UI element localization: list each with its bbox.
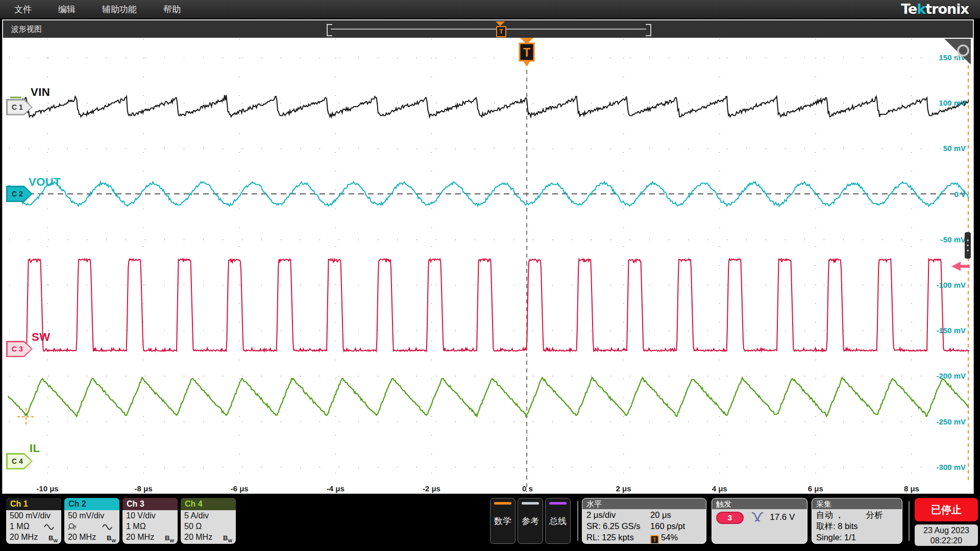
ch1-bandwidth: 20 MHz BW xyxy=(6,532,61,542)
menu-utility[interactable]: 辅助功能 xyxy=(102,4,137,15)
math-button[interactable]: 数学 xyxy=(490,498,516,544)
ch4-impedance: 50 Ω xyxy=(181,521,236,532)
drawer-handle-dot-icon xyxy=(967,249,969,252)
ac-coupling-icon xyxy=(44,524,54,530)
x-tick-label: -4 μs xyxy=(327,484,345,493)
label-sw: SW xyxy=(32,331,50,344)
y-tick-label: -50 mV xyxy=(941,235,966,244)
bandwidth-limit-icon: BW xyxy=(165,533,174,544)
graticule: -10 μs-8 μs-6 μs-4 μs-2 μs0 s2 μs4 μs6 μ… xyxy=(3,38,971,493)
trigger-marker-tip-icon xyxy=(523,61,530,66)
x-tick-label: 2 μs xyxy=(616,484,631,493)
minimap-trigger-t-icon[interactable]: T xyxy=(496,26,506,37)
datetime-display[interactable]: 23 Aug 2023 08:22:20 xyxy=(915,524,978,546)
sample-rate: SR: 6.25 GS/s xyxy=(586,521,640,531)
y-tick-label: 0 V xyxy=(954,190,966,198)
x-tick-label: 8 μs xyxy=(904,484,919,493)
trigger-marker-t: T xyxy=(523,46,530,59)
acq-analysis: 分析 xyxy=(866,509,883,520)
time: 08:22:20 xyxy=(915,536,978,546)
trigger-position: 54% xyxy=(661,533,678,542)
horizontal-panel[interactable]: 水平 2 μs/div 20 μs SR: 6.25 GS/s 160 ps/p… xyxy=(582,498,706,544)
minimap-track[interactable] xyxy=(331,29,646,30)
x-tick-label: -8 μs xyxy=(135,484,153,493)
x-tick-label: 4 μs xyxy=(712,484,727,493)
label-vin: VIN xyxy=(31,86,50,99)
y-tick-label: -250 mV xyxy=(936,417,966,426)
run-stop-button[interactable]: 已停止 xyxy=(915,498,978,521)
trigger-panel[interactable]: 触发 3 17.6 V xyxy=(712,498,807,544)
ch4-ground-marker-icon[interactable] xyxy=(17,408,35,425)
x-tick-label: -6 μs xyxy=(231,484,249,493)
math-color-bar xyxy=(494,502,511,505)
waveform-view-title: 波形视图 xyxy=(11,20,42,38)
minimap-trigger-arrow-icon[interactable] xyxy=(496,21,505,26)
bus-button[interactable]: 总线 xyxy=(545,498,571,544)
acquisition-title: 采集 xyxy=(812,498,902,509)
separator xyxy=(909,501,910,541)
acq-single: Single: 1/1 xyxy=(812,532,902,543)
x-tick-label: -10 μs xyxy=(36,484,58,493)
ch2-badge[interactable]: Ch 2 50 mV/div 20 MHz BW xyxy=(64,498,119,544)
y-tick-label: -200 mV xyxy=(936,371,966,380)
y-tick-label: -300 mV xyxy=(936,463,966,471)
label-vout: VOUT xyxy=(29,176,61,189)
menu-bar: 文件 编辑 辅助功能 帮助 Tektronix xyxy=(0,0,980,18)
horizontal-duration: 20 μs xyxy=(650,509,671,520)
bandwidth-limit-icon: BW xyxy=(107,533,116,544)
waveform-ch1-vin xyxy=(8,95,969,117)
bandwidth-limit-icon: BW xyxy=(223,533,232,544)
waveform-ch3-sw xyxy=(8,259,969,352)
bottom-bar: Ch 1 500 mV/div 1 MΩ 20 MHz BW Ch 2 50 m… xyxy=(0,494,980,551)
ch4-name: Ch 4 xyxy=(181,498,236,510)
waveform-view-panel: 波形视图 T -10 μs-8 μs-6 μs-4 μs-2 μs0 s2 μs… xyxy=(2,19,974,494)
ch1-impedance: 1 MΩ xyxy=(6,521,61,532)
probe-icon xyxy=(68,523,77,530)
acq-mode: 自动 ， xyxy=(816,510,844,519)
separator xyxy=(577,501,578,541)
tektronix-logo: Tektronix xyxy=(901,1,969,17)
trigger-level: 17.6 V xyxy=(770,512,795,522)
y-tick-label: -100 mV xyxy=(936,281,966,289)
waveform-ch4-il xyxy=(8,378,969,416)
x-tick-label: 6 μs xyxy=(808,484,823,493)
ch3-badge[interactable]: Ch 3 10 V/div 1 MΩ 20 MHz BW xyxy=(122,498,178,544)
waveform-view-titlebar: 波形视图 T xyxy=(3,20,973,38)
bandwidth-limit-icon: BW xyxy=(48,533,58,544)
ch4-bandwidth: 20 MHz BW xyxy=(181,532,236,542)
y-tick-label: -150 mV xyxy=(936,326,966,335)
label-il: IL xyxy=(30,442,40,455)
menu-file[interactable]: 文件 xyxy=(14,4,32,15)
trigger-level-arrow-icon[interactable] xyxy=(951,262,970,271)
ch2-name: Ch 2 xyxy=(64,498,119,510)
horizontal-title: 水平 xyxy=(582,498,706,509)
ref-button[interactable]: 参考 xyxy=(518,498,543,544)
ch1-badge[interactable]: Ch 1 500 mV/div 1 MΩ 20 MHz BW xyxy=(6,498,61,544)
x-tick-label: -2 μs xyxy=(423,484,440,493)
date: 23 Aug 2023 xyxy=(915,525,978,536)
ac-coupling-icon xyxy=(102,524,112,530)
ch3-bandwidth: 20 MHz BW xyxy=(122,532,178,542)
record-length: RL: 125 kpts xyxy=(586,533,634,542)
trigger-title: 触发 xyxy=(712,498,807,509)
ref-color-bar xyxy=(522,502,539,505)
ch1-scale: 500 mV/div xyxy=(6,510,61,521)
trigger-position-icon: T xyxy=(650,535,659,544)
x-tick-label: 0 s xyxy=(522,484,533,493)
menu-help[interactable]: 帮助 xyxy=(163,4,181,15)
ch2-probe xyxy=(64,521,119,532)
ch2-scale: 50 mV/div xyxy=(64,510,119,521)
acquisition-panel[interactable]: 采集 自动 ， 分析 取样: 8 bits Single: 1/1 xyxy=(812,498,902,544)
ch3-impedance: 1 MΩ xyxy=(122,521,178,532)
ch4-scale: 5 A/div xyxy=(181,510,236,521)
ch3-scale: 10 V/div xyxy=(122,510,178,521)
bus-color-bar xyxy=(549,502,567,505)
drawer-handle-dot-icon xyxy=(967,239,969,241)
menu-edit[interactable]: 编辑 xyxy=(58,4,76,15)
trigger-source-badge: 3 xyxy=(716,512,744,524)
resolution: 160 ps/pt xyxy=(650,520,685,532)
minimap-right-bracket[interactable] xyxy=(646,24,651,36)
ch4-badge[interactable]: Ch 4 5 A/div 50 Ω 20 MHz BW xyxy=(181,498,236,544)
edge-trigger-icon xyxy=(751,512,764,522)
minimap-left-bracket[interactable] xyxy=(327,24,332,36)
